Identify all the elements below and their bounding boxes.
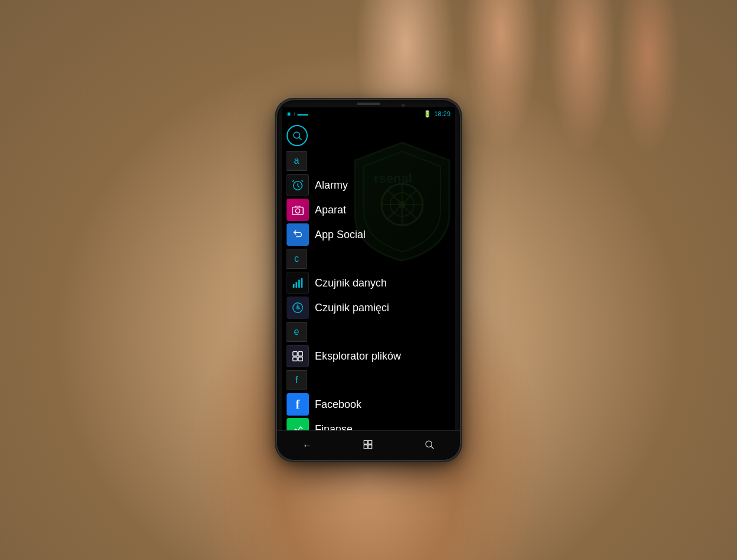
app-list: a Alarmy bbox=[282, 120, 455, 430]
svg-point-28 bbox=[426, 441, 432, 447]
list-item[interactable]: Czujnik danych bbox=[282, 271, 455, 295]
phone-screen: rsenal ◉ ↑ ▬▬ 🔋 18:29 bbox=[282, 107, 455, 430]
svg-line-9 bbox=[299, 137, 301, 140]
svg-rect-20 bbox=[298, 352, 302, 356]
app-label-facebook: Facebook bbox=[315, 398, 361, 411]
status-right: 🔋 18:29 bbox=[423, 110, 450, 118]
signal-icon: ↑ bbox=[293, 111, 296, 117]
phone-device: rsenal ◉ ↑ ▬▬ 🔋 18:29 bbox=[277, 100, 460, 460]
aparat-icon bbox=[287, 199, 309, 221]
bottom-navigation: ← bbox=[277, 430, 460, 460]
section-letter-a: a bbox=[287, 151, 307, 171]
search-circle-icon[interactable] bbox=[287, 125, 308, 146]
svg-rect-25 bbox=[368, 440, 372, 444]
phone-speaker bbox=[357, 103, 380, 105]
list-item[interactable]: f Facebook bbox=[282, 392, 455, 417]
app-label-czujnik-danych: Czujnik danych bbox=[315, 277, 387, 289]
status-left-icons: ◉ ↑ ▬▬ bbox=[287, 111, 308, 117]
app-label-czujnik-pamieci: Czujnik pamięci bbox=[315, 302, 389, 314]
app-label-alarmy: Alarmy bbox=[315, 179, 348, 192]
svg-point-18 bbox=[296, 306, 300, 309]
list-item[interactable]: Alarmy bbox=[282, 173, 455, 197]
search-button[interactable] bbox=[414, 434, 444, 457]
svg-rect-27 bbox=[368, 445, 372, 449]
svg-rect-19 bbox=[293, 352, 297, 356]
search-row[interactable] bbox=[282, 123, 455, 149]
eksplorator-icon bbox=[287, 345, 309, 367]
svg-rect-22 bbox=[298, 357, 302, 361]
app-label-finanse: Finanse bbox=[315, 423, 353, 431]
facebook-icon: f bbox=[287, 393, 309, 416]
screen-background: rsenal ◉ ↑ ▬▬ 🔋 18:29 bbox=[282, 107, 455, 430]
svg-rect-15 bbox=[298, 280, 300, 288]
svg-line-29 bbox=[431, 446, 433, 449]
list-item[interactable]: Finanse bbox=[282, 417, 455, 430]
back-button[interactable]: ← bbox=[293, 436, 321, 456]
app-label-appsocial: App Social bbox=[315, 229, 366, 241]
list-item[interactable]: App Social bbox=[282, 222, 455, 247]
time-display: 18:29 bbox=[434, 110, 450, 117]
svg-point-12 bbox=[295, 209, 300, 213]
list-item[interactable]: Czujnik pamięci bbox=[282, 295, 455, 320]
app-label-eksplorator: Eksplorator plików bbox=[315, 350, 401, 363]
scene: rsenal ◉ ↑ ▬▬ 🔋 18:29 bbox=[0, 0, 737, 560]
svg-rect-14 bbox=[295, 282, 297, 288]
svg-rect-24 bbox=[364, 440, 367, 444]
svg-rect-11 bbox=[292, 207, 303, 215]
home-button[interactable] bbox=[353, 434, 383, 456]
czujnik-pamieci-icon bbox=[287, 297, 309, 319]
section-letter-e: e bbox=[287, 322, 307, 342]
app-label-aparat: Aparat bbox=[315, 204, 346, 216]
svg-rect-21 bbox=[293, 357, 297, 361]
finanse-icon bbox=[287, 418, 309, 430]
svg-rect-16 bbox=[301, 278, 303, 288]
svg-rect-13 bbox=[293, 284, 295, 288]
wifi-icon: ◉ bbox=[287, 111, 291, 117]
list-item[interactable]: Aparat bbox=[282, 197, 455, 222]
section-letter-c: c bbox=[287, 249, 307, 269]
section-letter-f: f bbox=[287, 370, 307, 390]
svg-rect-26 bbox=[364, 445, 367, 449]
alarmy-icon bbox=[287, 174, 309, 196]
battery-icon: 🔋 bbox=[423, 110, 432, 118]
appsocial-icon bbox=[287, 223, 309, 246]
status-bar: ◉ ↑ ▬▬ 🔋 18:29 bbox=[282, 107, 455, 120]
network-icon: ▬▬ bbox=[298, 111, 308, 117]
czujnik-danych-icon bbox=[287, 272, 309, 294]
svg-point-8 bbox=[294, 132, 300, 139]
list-item[interactable]: Eksplorator plików bbox=[282, 344, 455, 368]
